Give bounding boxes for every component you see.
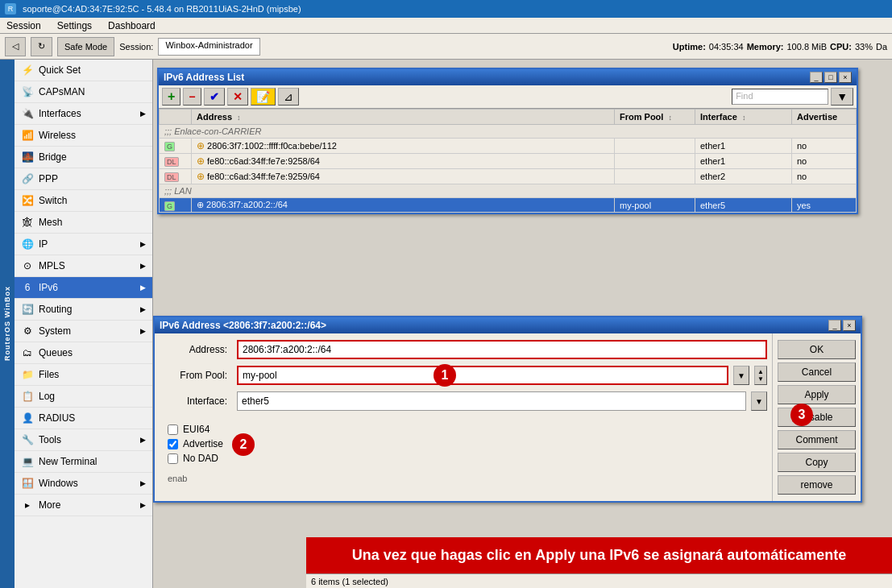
sidebar-item-label-system: System	[39, 325, 71, 337]
sidebar-item-bridge[interactable]: 🌉 Bridge	[15, 147, 152, 168]
ipv6-list-title-text: IPv6 Address List	[164, 72, 244, 83]
edit-window-body: Address: From Pool: ▼ ▲ ▼	[155, 333, 861, 501]
sidebar-item-mesh[interactable]: 🕸 Mesh	[15, 212, 152, 234]
sidebar-item-interfaces[interactable]: 🔌 Interfaces ▶	[15, 103, 152, 125]
sidebar-item-radius[interactable]: 👤 RADIUS	[15, 408, 152, 429]
routing-arrow: ▶	[140, 305, 146, 313]
remove-address-button[interactable]: −	[183, 88, 201, 106]
row-interface: ether1	[695, 154, 792, 169]
sidebar-items: ⚡ Quick Set 📡 CAPsMAN 🔌 Interfaces ▶ 📶 W…	[15, 60, 152, 588]
filter-button[interactable]: ⊿	[278, 88, 299, 106]
ppp-icon: 🔗	[21, 172, 34, 185]
log-icon: 📋	[21, 390, 34, 403]
table-row[interactable]: DL ⊕ fe80::c6ad:34ff:fe7e:9258/64 ether1…	[160, 154, 857, 169]
list-maximize-btn[interactable]: □	[824, 72, 837, 83]
ipv6-arrow: ▶	[140, 284, 146, 292]
sidebar-item-new-terminal[interactable]: 💻 New Terminal	[15, 451, 152, 473]
sidebar-item-label-interfaces: Interfaces	[39, 108, 81, 119]
from-pool-spinner[interactable]: ▲ ▼	[754, 366, 767, 385]
table-row[interactable]: G ⊕ 2806:3f7:1002::ffff:f0ca:bebe/112 et…	[160, 139, 857, 154]
list-minimize-btn[interactable]: _	[810, 72, 823, 83]
sidebar-item-windows[interactable]: 🪟 Windows ▶	[15, 473, 152, 495]
enable-address-button[interactable]: ✔	[204, 88, 225, 106]
advertise-label: Advertise	[183, 438, 223, 449]
apply-button[interactable]: Apply	[778, 385, 856, 404]
enable-area: enab	[160, 470, 767, 487]
interface-label: Interface:	[160, 395, 232, 407]
comment-address-button[interactable]: 📝	[251, 88, 276, 106]
list-window-controls: _ □ ×	[810, 72, 852, 83]
interfaces-icon: 🔌	[21, 107, 34, 120]
sidebar-item-label-more: More	[39, 499, 60, 511]
menu-session[interactable]: Session	[3, 19, 44, 32]
sidebar-item-label-log: Log	[39, 391, 55, 402]
sidebar-item-quick-set[interactable]: ⚡ Quick Set	[15, 60, 152, 81]
more-arrow: ▶	[140, 501, 146, 509]
menu-settings[interactable]: Settings	[54, 19, 95, 32]
annotation-circle-1: 1	[434, 364, 456, 387]
sidebar-item-capsman[interactable]: 📡 CAPsMAN	[15, 81, 152, 103]
back-button[interactable]: ◁	[5, 37, 26, 56]
group-carrier: ;;; Enlace-con-CARRIER	[160, 125, 857, 139]
copy-button[interactable]: Copy	[778, 453, 856, 472]
filter-dropdown-btn[interactable]: ▼	[831, 88, 853, 106]
col-header-advertise[interactable]: Advertise	[792, 110, 857, 125]
interface-input[interactable]	[237, 391, 746, 411]
eui64-checkbox[interactable]	[168, 424, 178, 435]
list-close-btn[interactable]: ×	[839, 72, 852, 83]
sidebar-item-ip[interactable]: 🌐 IP ▶	[15, 234, 152, 255]
edit-minimize-btn[interactable]: _	[828, 320, 841, 331]
mpls-icon: ⊙	[21, 259, 34, 272]
da-value: Da	[876, 42, 887, 52]
row-advertise: no	[792, 169, 857, 184]
from-pool-input[interactable]	[237, 366, 728, 385]
cancel-button[interactable]: Cancel	[778, 362, 856, 382]
eui64-row: EUI64	[168, 422, 759, 437]
sidebar-item-routing[interactable]: 🔄 Routing ▶	[15, 299, 152, 321]
interface-dropdown[interactable]: ▼	[751, 391, 767, 411]
address-input[interactable]	[237, 340, 767, 359]
sidebar-item-ppp[interactable]: 🔗 PPP	[15, 168, 152, 190]
table-row-selected[interactable]: G ⊕ 2806:3f7:a200:2::/64 my-pool ether5 …	[160, 198, 857, 213]
col-header-interface[interactable]: Interface ↕	[695, 110, 792, 125]
table-row[interactable]: DL ⊕ fe80::c6ad:34ff:fe7e:9259/64 ether2…	[160, 169, 857, 184]
col-header-from-pool[interactable]: From Pool ↕	[615, 110, 695, 125]
sidebar-item-more[interactable]: ▸ More ▶	[15, 495, 152, 516]
sidebar-item-queues[interactable]: 🗂 Queues	[15, 342, 152, 364]
from-pool-dropdown[interactable]: ▼	[733, 366, 749, 385]
sidebar-item-log[interactable]: 📋 Log	[15, 386, 152, 408]
no-dad-checkbox[interactable]	[168, 453, 178, 464]
forward-button[interactable]: ↻	[31, 37, 52, 56]
checkboxes-section: EUI64 Advertise 2 No DAD	[160, 417, 767, 470]
row-advertise-selected: yes	[792, 198, 857, 213]
safe-mode-button[interactable]: Safe Mode	[57, 37, 114, 56]
tools-arrow: ▶	[140, 436, 146, 444]
mpls-arrow: ▶	[140, 262, 146, 270]
sidebar-item-label-capsman: CAPsMAN	[39, 86, 85, 97]
edit-close-btn[interactable]: ×	[843, 320, 856, 331]
advertise-checkbox[interactable]	[168, 439, 178, 449]
sidebar-item-tools[interactable]: 🔧 Tools ▶	[15, 429, 152, 451]
col-header-flag[interactable]	[160, 110, 192, 125]
remove-button[interactable]: remove	[778, 475, 856, 495]
sidebar-item-files[interactable]: 📁 Files	[15, 364, 152, 386]
sidebar-item-label-new-terminal: New Terminal	[39, 456, 97, 467]
col-header-address[interactable]: Address ↕	[192, 110, 615, 125]
cpu-value: 33%	[855, 42, 873, 52]
disable-address-button[interactable]: ✕	[227, 88, 248, 106]
sidebar-item-mpls[interactable]: ⊙ MPLS ▶	[15, 255, 152, 277]
sidebar-item-wireless[interactable]: 📶 Wireless	[15, 125, 152, 147]
sidebar-item-ipv6[interactable]: 6 IPv6 ▶	[15, 277, 152, 299]
files-icon: 📁	[21, 368, 34, 381]
status-text: 6 items (1 selected)	[311, 577, 388, 586]
add-address-button[interactable]: +	[162, 88, 180, 106]
annotation-circle-3: 3	[790, 404, 813, 426]
menu-dashboard[interactable]: Dashboard	[105, 19, 159, 32]
ok-button[interactable]: OK	[778, 340, 856, 359]
no-dad-row: No DAD	[168, 451, 759, 466]
row-address: ⊕ fe80::c6ad:34ff:fe7e:9258/64	[192, 154, 615, 169]
find-box[interactable]: Find	[732, 89, 828, 105]
sidebar-item-switch[interactable]: 🔀 Switch	[15, 190, 152, 212]
sidebar-item-system[interactable]: ⚙ System ▶	[15, 321, 152, 342]
edit-window-controls: _ ×	[828, 320, 856, 331]
